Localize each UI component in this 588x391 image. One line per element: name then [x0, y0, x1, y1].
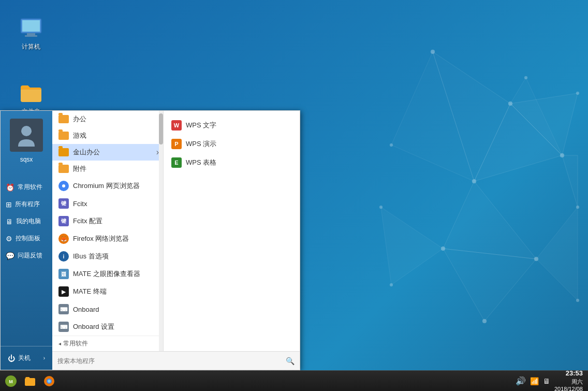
svg-marker-7 — [381, 207, 443, 285]
submenu-item-wps-text[interactable]: W WPS 文字 — [164, 116, 300, 135]
svg-rect-27 — [25, 35, 37, 37]
desktop: 计算机 文件夹 sqsx ⏰ 常用软件 — [0, 0, 588, 391]
folder-icon — [19, 80, 43, 105]
app-item-image-viewer[interactable]: 🖼 MATE 之眼图像查看器 — [52, 265, 163, 283]
clock-icon: ⏰ — [6, 183, 14, 192]
svg-point-12 — [472, 179, 476, 183]
app-item-games[interactable]: 游戏 — [52, 127, 163, 144]
chromium-icon — [58, 181, 69, 191]
gear-icon: ⚙ — [6, 235, 12, 243]
sidebar-item-common-software[interactable]: ⏰ 常用软件 — [1, 179, 52, 196]
start-menu: sqsx ⏰ 常用软件 ⊞ 所有程序 🖥 我的电脑 ⚙ 控制面板 — [0, 110, 300, 370]
svg-point-23 — [524, 76, 527, 79]
svg-point-10 — [431, 50, 435, 54]
svg-point-21 — [390, 283, 393, 286]
user-avatar — [10, 119, 43, 152]
power-icon: ⏻ — [8, 354, 15, 363]
sidebar-item-feedback[interactable]: 💬 问题反馈 — [1, 247, 52, 264]
svg-point-22 — [379, 206, 383, 209]
chevron-right-icon: › — [43, 355, 45, 361]
time-display: 23:53 — [566, 369, 583, 378]
svg-point-20 — [482, 319, 487, 323]
taskbar-files-icon[interactable] — [22, 373, 38, 389]
sidebar-item-my-computer[interactable]: 🖥 我的电脑 — [1, 213, 52, 230]
folder-icon-sm — [58, 115, 69, 123]
svg-point-30 — [62, 184, 65, 187]
volume-icon[interactable]: 🔊 — [516, 376, 526, 386]
svg-point-16 — [534, 257, 538, 261]
taskbar-time: 23:53 周六 2018/12/08 — [554, 369, 583, 391]
app-item-fcitx-config[interactable]: 键 Fcitx 配置 — [52, 212, 163, 230]
firefox-icon: 🦊 — [58, 234, 69, 244]
wps-p-icon: P — [171, 139, 182, 149]
comment-icon: 💬 — [6, 252, 14, 260]
svg-point-15 — [390, 143, 393, 147]
app-item-onboard[interactable]: ⌨ Onboard — [52, 300, 163, 318]
date-weekday-display: 周六 — [571, 378, 583, 385]
taskbar-right: 🔊 📶 🖥 23:53 周六 2018/12/08 — [510, 369, 588, 391]
username-label: sqsx — [20, 156, 33, 163]
search-icon[interactable]: 🔍 — [286, 357, 295, 365]
image-viewer-icon: 🖼 — [58, 269, 69, 279]
app-item-office[interactable]: 办公 — [52, 111, 163, 127]
svg-point-13 — [560, 153, 564, 157]
svg-point-35 — [48, 380, 51, 383]
menu-left-items: ⏰ 常用软件 ⊞ 所有程序 🖥 我的电脑 ⚙ 控制面板 💬 问题反馈 — [1, 179, 52, 264]
app-item-firefox[interactable]: 🦊 Firefox 网络浏览器 — [52, 230, 163, 248]
svg-point-17 — [441, 247, 445, 251]
folder-icon-sm — [58, 132, 69, 140]
folder-icon-sm — [58, 165, 69, 173]
taskbar-left: M — [0, 373, 60, 389]
svg-point-18 — [576, 206, 579, 209]
search-bar: 🔍 — [52, 351, 300, 370]
menu-left-panel: sqsx ⏰ 常用软件 ⊞ 所有程序 🖥 我的电脑 ⚙ 控制面板 — [1, 111, 52, 370]
app-item-onboard-settings[interactable]: ⌨ Onboard 设置 — [52, 318, 163, 336]
svg-text:M: M — [9, 379, 13, 384]
app-item-jinshan[interactable]: 金山办公 — [52, 144, 163, 161]
fcitx-icon: 键 — [58, 198, 69, 209]
search-input[interactable] — [57, 357, 282, 365]
taskbar-firefox-icon[interactable] — [41, 373, 57, 389]
computer-icon — [19, 16, 43, 40]
svg-point-19 — [576, 299, 579, 302]
menu-main-area: 办公 游戏 金山办公 附件 — [52, 111, 300, 370]
taskbar-mate-icon[interactable]: M — [3, 373, 19, 389]
submenu-item-wps-table[interactable]: E WPS 表格 — [164, 153, 300, 172]
display-icon[interactable]: 🖥 — [543, 377, 550, 385]
grid-icon: ⊞ — [6, 200, 12, 209]
taskbar: M 🔊 📶 🖥 — [0, 370, 588, 391]
onboard-icon: ⌨ — [58, 304, 69, 314]
app-item-fcitx[interactable]: 键 Fcitx — [52, 195, 163, 212]
app-item-accessories[interactable]: 附件 — [52, 161, 163, 177]
app-list: 办公 游戏 金山办公 附件 — [52, 111, 164, 351]
sidebar-item-control-panel[interactable]: ⚙ 控制面板 — [1, 230, 52, 247]
common-software-link[interactable]: 常用软件 — [52, 336, 163, 351]
svg-point-11 — [508, 102, 512, 106]
desktop-icon-computer[interactable]: 计算机 — [10, 16, 52, 51]
svg-marker-4 — [443, 181, 536, 259]
app-item-ibus[interactable]: i IBus 首选项 — [52, 248, 163, 265]
svg-point-28 — [21, 126, 32, 136]
app-list-container: 办公 游戏 金山办公 附件 — [52, 111, 300, 351]
ibus-icon: i — [58, 251, 69, 262]
svg-marker-6 — [443, 249, 536, 321]
computer-icon-label: 计算机 — [22, 42, 40, 51]
svg-rect-26 — [27, 33, 35, 35]
svg-point-14 — [576, 92, 579, 95]
onboard-settings-icon: ⌨ — [58, 322, 69, 332]
wps-w-icon: W — [171, 120, 182, 131]
folder-icon-gold — [58, 148, 69, 156]
app-item-terminal[interactable]: ▶ MATE 终端 — [52, 283, 163, 300]
monitor-icon: 🖥 — [6, 218, 13, 226]
wps-e-icon: E — [171, 157, 182, 168]
submenu-item-wps-present[interactable]: P WPS 演示 — [164, 135, 300, 153]
svg-marker-5 — [536, 207, 578, 300]
menu-left-bottom: ⏻ 关机 › — [1, 346, 52, 370]
terminal-icon: ▶ — [58, 286, 69, 297]
fcitx-config-icon: 键 — [58, 216, 69, 226]
submenu-panel: W WPS 文字 P WPS 演示 E WPS 表格 — [164, 111, 300, 351]
sidebar-item-all-programs[interactable]: ⊞ 所有程序 — [1, 196, 52, 213]
app-item-chromium[interactable]: Chromium 网页浏览器 — [52, 177, 163, 195]
network-icon[interactable]: 📶 — [530, 377, 539, 385]
shutdown-button[interactable]: ⏻ 关机 › — [6, 352, 47, 365]
